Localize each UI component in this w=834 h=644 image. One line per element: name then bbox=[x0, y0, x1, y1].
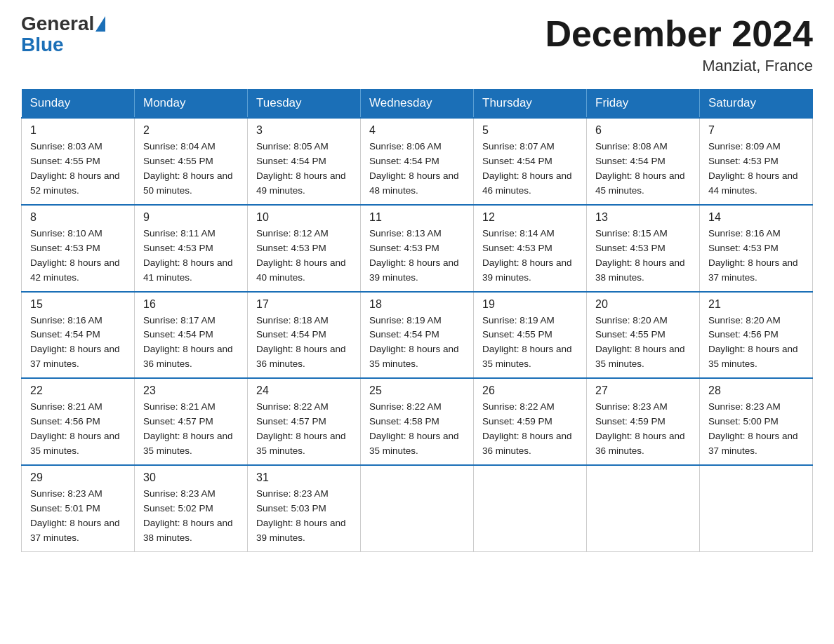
calendar-day-cell: 5 Sunrise: 8:07 AM Sunset: 4:54 PM Dayli… bbox=[474, 118, 587, 205]
calendar-day-cell: 27 Sunrise: 8:23 AM Sunset: 4:59 PM Dayl… bbox=[587, 378, 700, 465]
day-info: Sunrise: 8:03 AM Sunset: 4:55 PM Dayligh… bbox=[30, 140, 126, 199]
calendar-day-cell: 31 Sunrise: 8:23 AM Sunset: 5:03 PM Dayl… bbox=[248, 465, 361, 551]
calendar-day-cell: 18 Sunrise: 8:19 AM Sunset: 4:54 PM Dayl… bbox=[361, 292, 474, 379]
calendar-day-cell bbox=[700, 465, 813, 551]
day-info: Sunrise: 8:23 AM Sunset: 5:03 PM Dayligh… bbox=[256, 487, 352, 546]
day-info: Sunrise: 8:18 AM Sunset: 4:54 PM Dayligh… bbox=[256, 314, 352, 373]
calendar-day-cell: 4 Sunrise: 8:06 AM Sunset: 4:54 PM Dayli… bbox=[361, 118, 474, 205]
calendar-day-cell: 9 Sunrise: 8:11 AM Sunset: 4:53 PM Dayli… bbox=[135, 205, 248, 292]
calendar-day-cell: 14 Sunrise: 8:16 AM Sunset: 4:53 PM Dayl… bbox=[700, 205, 813, 292]
day-number: 15 bbox=[30, 298, 126, 311]
day-number: 7 bbox=[708, 124, 804, 137]
calendar-day-cell: 16 Sunrise: 8:17 AM Sunset: 4:54 PM Dayl… bbox=[135, 292, 248, 379]
calendar-day-cell: 30 Sunrise: 8:23 AM Sunset: 5:02 PM Dayl… bbox=[135, 465, 248, 551]
calendar-day-header: Friday bbox=[587, 89, 700, 118]
day-info: Sunrise: 8:20 AM Sunset: 4:55 PM Dayligh… bbox=[595, 314, 691, 373]
day-number: 14 bbox=[708, 211, 804, 224]
page-header: General Blue December 2024 Manziat, Fran… bbox=[21, 14, 813, 75]
day-number: 8 bbox=[30, 211, 126, 224]
day-info: Sunrise: 8:22 AM Sunset: 4:59 PM Dayligh… bbox=[482, 400, 578, 459]
day-number: 22 bbox=[30, 384, 126, 397]
title-section: December 2024 Manziat, France bbox=[545, 14, 813, 75]
calendar-week-row: 1 Sunrise: 8:03 AM Sunset: 4:55 PM Dayli… bbox=[22, 118, 813, 205]
calendar-day-cell: 29 Sunrise: 8:23 AM Sunset: 5:01 PM Dayl… bbox=[22, 465, 135, 551]
calendar-day-cell: 19 Sunrise: 8:19 AM Sunset: 4:55 PM Dayl… bbox=[474, 292, 587, 379]
location: Manziat, France bbox=[545, 57, 813, 75]
day-info: Sunrise: 8:10 AM Sunset: 4:53 PM Dayligh… bbox=[30, 227, 126, 286]
day-number: 16 bbox=[143, 298, 239, 311]
day-number: 24 bbox=[256, 384, 352, 397]
calendar-day-cell: 3 Sunrise: 8:05 AM Sunset: 4:54 PM Dayli… bbox=[248, 118, 361, 205]
calendar-day-cell: 28 Sunrise: 8:23 AM Sunset: 5:00 PM Dayl… bbox=[700, 378, 813, 465]
day-info: Sunrise: 8:21 AM Sunset: 4:57 PM Dayligh… bbox=[143, 400, 239, 459]
day-number: 17 bbox=[256, 298, 352, 311]
day-number: 28 bbox=[708, 384, 804, 397]
calendar-header-row: SundayMondayTuesdayWednesdayThursdayFrid… bbox=[22, 89, 813, 118]
calendar-day-cell: 12 Sunrise: 8:14 AM Sunset: 4:53 PM Dayl… bbox=[474, 205, 587, 292]
calendar-day-cell: 11 Sunrise: 8:13 AM Sunset: 4:53 PM Dayl… bbox=[361, 205, 474, 292]
day-info: Sunrise: 8:23 AM Sunset: 5:00 PM Dayligh… bbox=[708, 400, 804, 459]
day-number: 27 bbox=[595, 384, 691, 397]
calendar-day-header: Sunday bbox=[22, 89, 135, 118]
day-info: Sunrise: 8:22 AM Sunset: 4:57 PM Dayligh… bbox=[256, 400, 352, 459]
calendar-day-cell bbox=[361, 465, 474, 551]
day-number: 4 bbox=[369, 124, 465, 137]
day-info: Sunrise: 8:23 AM Sunset: 5:02 PM Dayligh… bbox=[143, 487, 239, 546]
calendar-week-row: 15 Sunrise: 8:16 AM Sunset: 4:54 PM Dayl… bbox=[22, 292, 813, 379]
calendar-day-header: Tuesday bbox=[248, 89, 361, 118]
calendar-day-cell: 22 Sunrise: 8:21 AM Sunset: 4:56 PM Dayl… bbox=[22, 378, 135, 465]
day-info: Sunrise: 8:07 AM Sunset: 4:54 PM Dayligh… bbox=[482, 140, 578, 199]
calendar-day-cell bbox=[474, 465, 587, 551]
logo: General Blue bbox=[21, 14, 107, 56]
calendar-table: SundayMondayTuesdayWednesdayThursdayFrid… bbox=[21, 89, 813, 551]
day-number: 21 bbox=[708, 298, 804, 311]
day-info: Sunrise: 8:15 AM Sunset: 4:53 PM Dayligh… bbox=[595, 227, 691, 286]
calendar-week-row: 22 Sunrise: 8:21 AM Sunset: 4:56 PM Dayl… bbox=[22, 378, 813, 465]
day-number: 5 bbox=[482, 124, 578, 137]
day-info: Sunrise: 8:17 AM Sunset: 4:54 PM Dayligh… bbox=[143, 314, 239, 373]
calendar-day-cell: 8 Sunrise: 8:10 AM Sunset: 4:53 PM Dayli… bbox=[22, 205, 135, 292]
day-number: 13 bbox=[595, 211, 691, 224]
calendar-day-cell: 13 Sunrise: 8:15 AM Sunset: 4:53 PM Dayl… bbox=[587, 205, 700, 292]
day-info: Sunrise: 8:16 AM Sunset: 4:54 PM Dayligh… bbox=[30, 314, 126, 373]
day-info: Sunrise: 8:12 AM Sunset: 4:53 PM Dayligh… bbox=[256, 227, 352, 286]
calendar-day-header: Monday bbox=[135, 89, 248, 118]
logo-blue-text: Blue bbox=[21, 34, 64, 56]
day-number: 26 bbox=[482, 384, 578, 397]
calendar-day-cell: 10 Sunrise: 8:12 AM Sunset: 4:53 PM Dayl… bbox=[248, 205, 361, 292]
day-number: 12 bbox=[482, 211, 578, 224]
day-number: 11 bbox=[369, 211, 465, 224]
logo-general-text: General bbox=[21, 14, 94, 34]
day-number: 20 bbox=[595, 298, 691, 311]
day-number: 25 bbox=[369, 384, 465, 397]
month-title: December 2024 bbox=[545, 14, 813, 54]
day-info: Sunrise: 8:20 AM Sunset: 4:56 PM Dayligh… bbox=[708, 314, 804, 373]
calendar-day-cell: 24 Sunrise: 8:22 AM Sunset: 4:57 PM Dayl… bbox=[248, 378, 361, 465]
calendar-day-cell: 6 Sunrise: 8:08 AM Sunset: 4:54 PM Dayli… bbox=[587, 118, 700, 205]
calendar-day-cell: 26 Sunrise: 8:22 AM Sunset: 4:59 PM Dayl… bbox=[474, 378, 587, 465]
calendar-day-cell: 1 Sunrise: 8:03 AM Sunset: 4:55 PM Dayli… bbox=[22, 118, 135, 205]
calendar-day-cell: 20 Sunrise: 8:20 AM Sunset: 4:55 PM Dayl… bbox=[587, 292, 700, 379]
day-number: 1 bbox=[30, 124, 126, 137]
calendar-day-header: Saturday bbox=[700, 89, 813, 118]
day-info: Sunrise: 8:14 AM Sunset: 4:53 PM Dayligh… bbox=[482, 227, 578, 286]
day-info: Sunrise: 8:11 AM Sunset: 4:53 PM Dayligh… bbox=[143, 227, 239, 286]
day-info: Sunrise: 8:23 AM Sunset: 5:01 PM Dayligh… bbox=[30, 487, 126, 546]
calendar-day-header: Thursday bbox=[474, 89, 587, 118]
calendar-day-cell: 25 Sunrise: 8:22 AM Sunset: 4:58 PM Dayl… bbox=[361, 378, 474, 465]
day-info: Sunrise: 8:06 AM Sunset: 4:54 PM Dayligh… bbox=[369, 140, 465, 199]
day-number: 2 bbox=[143, 124, 239, 137]
calendar-day-header: Wednesday bbox=[361, 89, 474, 118]
day-number: 19 bbox=[482, 298, 578, 311]
day-number: 30 bbox=[143, 471, 239, 484]
calendar-day-cell bbox=[587, 465, 700, 551]
day-number: 9 bbox=[143, 211, 239, 224]
calendar-day-cell: 21 Sunrise: 8:20 AM Sunset: 4:56 PM Dayl… bbox=[700, 292, 813, 379]
day-number: 10 bbox=[256, 211, 352, 224]
day-number: 6 bbox=[595, 124, 691, 137]
calendar-day-cell: 17 Sunrise: 8:18 AM Sunset: 4:54 PM Dayl… bbox=[248, 292, 361, 379]
day-info: Sunrise: 8:19 AM Sunset: 4:55 PM Dayligh… bbox=[482, 314, 578, 373]
calendar-day-cell: 7 Sunrise: 8:09 AM Sunset: 4:53 PM Dayli… bbox=[700, 118, 813, 205]
day-number: 23 bbox=[143, 384, 239, 397]
day-info: Sunrise: 8:19 AM Sunset: 4:54 PM Dayligh… bbox=[369, 314, 465, 373]
